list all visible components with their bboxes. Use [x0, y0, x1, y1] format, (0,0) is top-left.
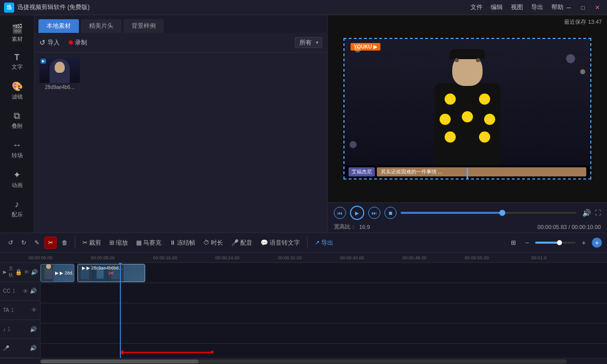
scrollbar-track: [40, 359, 567, 363]
menu-file[interactable]: 文件: [470, 3, 483, 12]
audio-toggle-icon3[interactable]: 🔊: [30, 326, 37, 333]
record-button[interactable]: 录制: [69, 38, 87, 47]
playhead[interactable]: [120, 263, 121, 358]
menu-view[interactable]: 视图: [511, 3, 523, 12]
scissors-icon: ✂: [48, 239, 53, 246]
progress-thumb[interactable]: [499, 210, 505, 216]
scrollbar-thumb[interactable]: [40, 359, 198, 363]
eye-icon2[interactable]: 👁: [23, 288, 28, 294]
filter-select[interactable]: 所有: [295, 37, 322, 48]
clip-1[interactable]: ▶ ▶ 28d...: [40, 264, 74, 282]
redo-button[interactable]: ↻: [18, 237, 29, 248]
sidebar-item-text[interactable]: T 文字: [2, 49, 32, 75]
delete-button[interactable]: 🗑: [59, 237, 71, 248]
sidebar-item-overlay[interactable]: ⧉ 叠附: [2, 107, 32, 134]
zoom-slider[interactable]: [535, 242, 576, 244]
media-item[interactable]: ▶ 28d9ae4b6...: [39, 58, 80, 90]
stop-button[interactable]: ⏹: [384, 207, 397, 219]
fullscreen-icon[interactable]: ⛶: [595, 209, 601, 216]
freeze-button[interactable]: ⏸ 冻结帧: [166, 237, 198, 249]
audio-toggle-icon[interactable]: 🔊: [31, 269, 38, 276]
play-button[interactable]: ▶: [350, 206, 364, 220]
export-button[interactable]: ↗ 导出: [312, 237, 336, 249]
audio-label: 配音: [240, 239, 252, 247]
fast-forward-button[interactable]: ⏭: [368, 207, 380, 219]
cut-button[interactable]: ✂: [45, 237, 57, 249]
tab-background[interactable]: 背景样例: [123, 19, 164, 33]
track-video-controls: 🔒 👁 🔊: [15, 269, 38, 276]
volume-icon[interactable]: 🔊: [582, 209, 591, 217]
crop-label: 裁剪: [89, 239, 101, 247]
subtitle-text: 其实还挺固难的一件事情 ...: [377, 167, 586, 176]
speech-button[interactable]: 💬 语音转文字: [257, 237, 303, 249]
import-icon: ↺: [39, 38, 46, 47]
sidebar-item-animation[interactable]: ✦ 动画: [2, 165, 32, 193]
zoom-label: 缩放: [116, 239, 128, 247]
sidebar-item-media[interactable]: 🎬 素材: [2, 19, 32, 47]
audio-toggle-icon2[interactable]: 🔊: [30, 288, 37, 294]
duration-button[interactable]: ⏱ 时长: [200, 237, 226, 249]
menu-edit[interactable]: 编辑: [491, 3, 503, 12]
track-label-video: ▶ 主轨 🔒 👁 🔊: [0, 263, 40, 282]
panel-tabs: 本地素材 精美片头 背景样例: [34, 15, 327, 33]
app-icon: 迅: [4, 3, 14, 13]
grid-view-button[interactable]: ⊞: [508, 237, 519, 248]
track-area[interactable]: ▶ ▶ 28d... ✂: [40, 263, 607, 358]
tab-fancy-header[interactable]: 精美片头: [81, 19, 121, 33]
clip-1-icon: ▶: [55, 270, 59, 276]
timeline: 00:00:00.00 00:00:08.00 00:00:16.00 00:0…: [0, 253, 607, 364]
import-button[interactable]: ↺ 导入: [39, 38, 60, 47]
timeline-scrollbar[interactable]: [0, 358, 607, 364]
text-icon: T: [15, 53, 20, 62]
track-text-num: 1: [11, 307, 14, 313]
eye-icon[interactable]: 👁: [24, 269, 29, 275]
crop-button[interactable]: ✂ 裁剪: [79, 237, 104, 249]
sidebar-item-transition[interactable]: ↔ 转场: [2, 136, 32, 163]
left-panel: 本地素材 精美片头 背景样例 ↺ 导入 录制 所有: [34, 15, 328, 233]
track-subtitle-controls: 👁 🔊: [23, 288, 37, 294]
toolbar-sep1: [75, 237, 75, 249]
rewind-button[interactable]: ⏮: [334, 207, 346, 219]
toolbar-right: ⊞ − + +: [508, 237, 602, 248]
playback-row: ⏮ ▶ ⏭ ⏹ 🔊 ⛶: [334, 206, 601, 220]
ruler-mark-3: 00:00:24.00: [215, 255, 240, 260]
menu-export[interactable]: 导出: [531, 3, 543, 12]
frame-thumb-1: [41, 264, 53, 282]
track-label-text: TA 1 👁: [0, 301, 40, 320]
marquee-button[interactable]: ▦ 马赛克: [133, 237, 164, 249]
clip-2[interactable]: ✂ ▶: [77, 264, 145, 282]
audio-toggle-icon4[interactable]: 🔊: [30, 345, 37, 351]
clip-2-icon: ▶: [82, 265, 85, 270]
delete-icon: 🗑: [62, 239, 68, 246]
audio-button[interactable]: 🎤 配音: [228, 237, 255, 249]
ruler-mark-7: 00:00:56.00: [465, 255, 489, 260]
add-track-button[interactable]: +: [592, 238, 602, 248]
aspect-label: 宽高比：: [334, 223, 356, 231]
sidebar-item-filter[interactable]: 🎨 滤镜: [2, 77, 32, 105]
zoom-button[interactable]: ⊞ 缩放: [106, 237, 131, 249]
track-label-subtitle: CC 1 👁 🔊: [0, 282, 40, 301]
minimize-button[interactable]: ─: [563, 3, 574, 12]
lock-icon[interactable]: 🔒: [15, 269, 22, 276]
menu-help[interactable]: 帮助: [551, 3, 563, 12]
marquee-icon: ▦: [136, 239, 142, 246]
tab-local-media[interactable]: 本地素材: [38, 19, 79, 33]
undo-button[interactable]: ↺: [5, 237, 16, 248]
media-icon: 🎬: [12, 23, 23, 34]
sidebar-item-music[interactable]: ♪ 配乐: [2, 195, 32, 222]
timeline-ruler: 00:00:00.00 00:00:08.00 00:00:16.00 00:0…: [0, 253, 607, 263]
eye-icon3[interactable]: 👁: [31, 307, 37, 313]
zoom-out-button[interactable]: −: [522, 238, 532, 248]
undo-icon: ↺: [8, 239, 13, 246]
filter-select-wrapper[interactable]: 所有: [295, 37, 322, 48]
maximize-button[interactable]: □: [578, 3, 588, 12]
panel-toolbar: ↺ 导入 录制 所有: [34, 33, 327, 53]
zoom-thumb[interactable]: [557, 240, 562, 245]
preview-area: 最近保存 13:47 YOUKU ▶: [328, 15, 607, 202]
progress-bar[interactable]: [401, 212, 576, 214]
ruler-mark-8: 00:01:0: [532, 255, 547, 260]
edit-button[interactable]: ✎: [31, 237, 42, 248]
close-button[interactable]: ✕: [592, 3, 603, 12]
zoom-in-button[interactable]: +: [579, 238, 589, 248]
titlebar: 迅 迅捷视频剪辑软件 (免费版) 文件 编辑 视图 导出 帮助 ─ □ ✕: [0, 0, 607, 15]
